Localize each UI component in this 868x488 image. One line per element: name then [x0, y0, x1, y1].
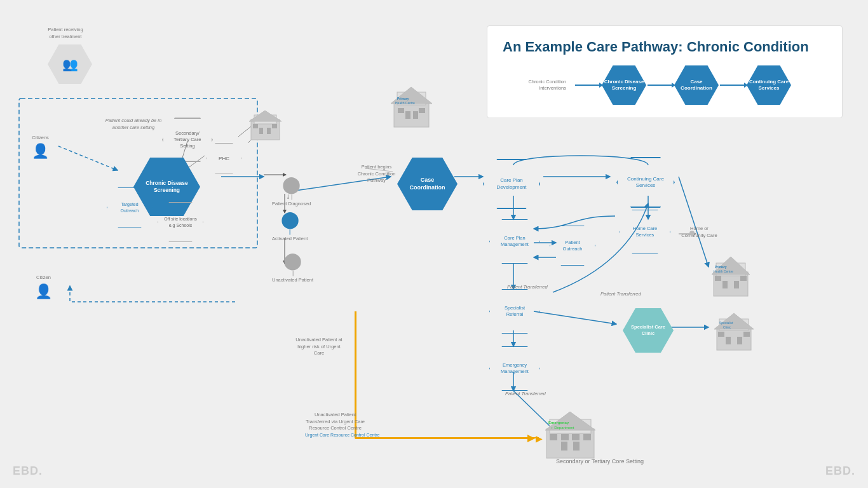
- svg-rect-30: [419, 108, 425, 113]
- specialist-referral-node: Specialist Referral: [489, 289, 540, 334]
- down-arrow-connector: ↓: [286, 192, 290, 201]
- info-box-flow: Chronic Condition Interventions Chronic …: [503, 65, 827, 105]
- info-box: An Example Care Pathway: Chronic Conditi…: [487, 25, 843, 118]
- phc-building: [248, 110, 283, 144]
- svg-rect-45: [715, 276, 721, 281]
- svg-text:Specialist: Specialist: [719, 321, 733, 325]
- svg-rect-38: [253, 124, 258, 128]
- patient-receiving-icon: 👥: [48, 44, 92, 84]
- flow-arrow-2: [648, 85, 673, 86]
- svg-rect-24: [394, 102, 429, 127]
- svg-text:Clinic: Clinic: [723, 325, 731, 329]
- step2-hex: Case Coordination: [674, 65, 719, 105]
- svg-text:Primary: Primary: [715, 265, 727, 269]
- watermark-right: EBD.: [825, 464, 855, 478]
- info-box-title: An Example Care Pathway: Chronic Conditi…: [503, 39, 827, 55]
- svg-rect-43: [722, 281, 728, 288]
- patient-outreach-node: Patient Outreach: [550, 226, 595, 266]
- primary-health-building-right: Primary Health Centre: [709, 254, 753, 301]
- unactivated-transferred-label: Unactivated Patient Transferred via Urge…: [305, 412, 380, 437]
- svg-line-1: [58, 146, 118, 170]
- svg-line-16: [534, 311, 616, 324]
- primary-health-building: Primary Health Centre: [388, 86, 435, 133]
- svg-rect-27: [405, 111, 410, 119]
- emergency-management-node: Emergency Management: [489, 346, 540, 391]
- care-plan-development-node: Care Plan Development: [483, 159, 540, 209]
- unactivated-higher-risk-label: Unactivated Patient at higher risk of Ur…: [294, 337, 344, 357]
- svg-text:Health Centre: Health Centre: [714, 269, 733, 273]
- emergency-building: Emergency + Department: [543, 410, 597, 463]
- activated-patient-node: ⬤ ╷ Activated Patient: [272, 210, 308, 243]
- svg-rect-61: [561, 442, 567, 451]
- flow-arrow-1: [575, 85, 600, 86]
- flow-arrow-3: [720, 85, 745, 86]
- svg-rect-36: [259, 128, 263, 134]
- patient-transferred-label-3: Patient Transferred: [505, 391, 546, 398]
- patient-transferred-label-1: Patient Transferred: [507, 284, 548, 291]
- svg-rect-52: [726, 337, 731, 344]
- patient-begins-label: Patient begins Chronic Condition Pathway: [356, 164, 397, 184]
- svg-rect-44: [734, 281, 739, 288]
- orange-arrow-tip: ▶: [536, 433, 543, 444]
- citizens-node: Citizens 👤: [32, 135, 49, 159]
- svg-text:Health Centre: Health Centre: [395, 101, 415, 105]
- svg-rect-46: [740, 276, 747, 281]
- svg-rect-53: [737, 337, 742, 344]
- patient-already-label: Patient could already be in another care…: [105, 118, 162, 131]
- home-care-services-node: Home Care Services: [620, 210, 670, 254]
- home-community-dot: [689, 231, 695, 236]
- svg-text:Emergency: Emergency: [548, 421, 569, 424]
- offsite-locations-node: Off site locations e.g Schools: [158, 202, 203, 242]
- svg-rect-29: [398, 108, 404, 113]
- svg-rect-55: [743, 332, 750, 337]
- svg-rect-28: [413, 111, 418, 119]
- care-plan-management-node: Care Plan Management: [489, 219, 540, 264]
- step1-hex: Chronic Disease Screening: [602, 65, 646, 105]
- home-community-label: Home or Community Care: [679, 226, 720, 239]
- patient-receiving-label: Patient receiving other treatment: [43, 27, 88, 40]
- watermark-left: EBD.: [13, 464, 43, 478]
- secondary-tertiary-node: Secondary/ Tertiary Care Setting: [162, 118, 213, 162]
- svg-rect-54: [718, 332, 724, 337]
- orange-horizontal-line: [355, 437, 539, 438]
- patient-transferred-label-2: Patient Transferred: [600, 291, 641, 298]
- svg-rect-64: [583, 434, 591, 440]
- specialist-care-clinic-node: Specialist Care Clinic: [623, 308, 674, 353]
- svg-rect-39: [272, 124, 277, 128]
- step3-hex: Continuing Care Services: [747, 65, 791, 105]
- unactivated-patient-node: ⬤ ╷ Unactivated Patient: [272, 251, 313, 284]
- svg-line-15: [679, 177, 709, 267]
- citizen-bottom-node: Citizen 👤: [35, 274, 52, 300]
- specialist-building: Specialist Clinic: [712, 311, 756, 355]
- interventions-label: Chronic Condition Interventions: [503, 79, 566, 92]
- targeted-outreach-node: Targeted Outreach: [107, 187, 153, 227]
- svg-rect-37: [267, 128, 271, 134]
- case-coordination-node: Case Coordination: [397, 158, 458, 210]
- svg-text:Primary: Primary: [397, 97, 409, 100]
- patient-diagnosed-node: ⬤ ╷ Patient Diagnosed: [272, 175, 311, 208]
- svg-text:+ Department: + Department: [551, 426, 574, 430]
- svg-rect-63: [550, 434, 557, 440]
- svg-rect-66: [572, 434, 580, 440]
- svg-rect-62: [573, 442, 580, 451]
- continuing-care-services-node: Continuing Care Services: [616, 157, 675, 208]
- svg-rect-65: [561, 434, 569, 440]
- main-diagram: An Example Care Pathway: Chronic Conditi…: [0, 0, 868, 488]
- phc-node: PHC: [207, 143, 241, 173]
